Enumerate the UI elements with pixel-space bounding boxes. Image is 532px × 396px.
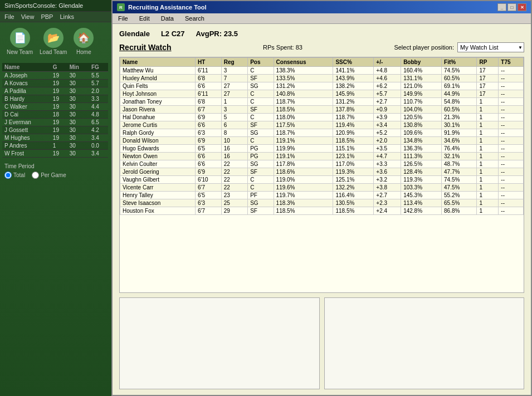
stats-cell: B Hardy xyxy=(2,95,51,103)
table-cell: 27 xyxy=(221,90,247,98)
table-header-ssc-[interactable]: SSC% xyxy=(333,58,374,67)
table-row[interactable]: Houston Fox6'729SF118.5%118.5%+2.4142.8%… xyxy=(120,207,524,215)
menu-edit[interactable]: Edit xyxy=(137,14,152,22)
table-row[interactable]: Quin Felts6'627SG131.2%138.2%+6.2121.0%6… xyxy=(120,82,524,90)
table-row[interactable]: Hoyt Johnson6'1127C140.8%145.9%+5.7149.9… xyxy=(120,90,524,98)
left-menu-file[interactable]: File xyxy=(4,13,14,20)
maximize-button[interactable]: □ xyxy=(507,3,516,11)
table-cell: 74.5% xyxy=(442,176,477,184)
table-row[interactable]: Newton Owen6'616PG119.1%123.1%+4.7111.3%… xyxy=(120,153,524,160)
table-row[interactable]: Matthew Wu6'113C138.3%141.1%+4.8160.4%74… xyxy=(120,67,524,75)
section-title: Recruit Watch xyxy=(119,43,172,52)
table-row[interactable]: Jerome Curtis6'66SF117.5%119.4%+3.4130.8… xyxy=(120,121,524,129)
table-cell: PG xyxy=(248,153,274,160)
stats-cell: 3.4 xyxy=(89,150,108,158)
table-header-consensus[interactable]: Consensus xyxy=(274,58,333,67)
table-row[interactable]: Donald Wilson6'910C119.1%118.5%+2.0134.8… xyxy=(120,137,524,145)
stats-cell: 18 xyxy=(51,111,67,119)
stats-cell: 30 xyxy=(67,103,89,111)
left-menu-links[interactable]: Links xyxy=(60,13,74,20)
table-cell: -- xyxy=(499,145,524,153)
table-row[interactable]: Hugo Edwards6'516PG119.9%115.1%+3.5136.3… xyxy=(120,145,524,153)
avg-pr-label: AvgPR: xyxy=(196,30,222,38)
pos-select-box[interactable]: My Watch List ▼ xyxy=(457,42,524,52)
total-radio[interactable] xyxy=(4,172,12,179)
table-cell: 17 xyxy=(477,82,499,90)
time-period-section: Time Period Total Per Game xyxy=(0,160,111,182)
new-team-button[interactable]: 📄 New Team xyxy=(4,26,35,57)
minimize-button[interactable]: _ xyxy=(497,3,506,11)
table-cell: SF xyxy=(248,75,274,82)
table-cell: +4.7 xyxy=(374,153,401,160)
stats-cell: 30 xyxy=(67,134,89,142)
recruit-table-wrapper[interactable]: NameHTRegPosConsensusSSC%+/-BobbyFit%RPT… xyxy=(119,57,524,293)
table-cell: 54.8% xyxy=(442,98,477,106)
stats-cell: D Cai xyxy=(2,111,51,119)
table-header-ht[interactable]: HT xyxy=(195,58,221,67)
table-cell: Vaughn Gilbert xyxy=(120,176,196,184)
table-cell: -- xyxy=(499,199,524,207)
table-cell: 8 xyxy=(221,129,247,137)
table-cell: 131.2% xyxy=(274,82,333,90)
table-header-pos[interactable]: Pos xyxy=(248,58,274,67)
close-button[interactable]: ✕ xyxy=(518,3,526,11)
per-game-radio[interactable] xyxy=(32,172,39,179)
load-team-button[interactable]: 📂 Load Team xyxy=(37,26,69,57)
table-row[interactable]: Henry Talley6'523PF119.7%116.4%+2.7145.3… xyxy=(120,192,524,199)
stats-table: Name G Min FG A Joseph19305.5A Kovacs193… xyxy=(2,63,108,158)
left-menu-pbp[interactable]: PBP xyxy=(41,13,53,20)
table-row[interactable]: Jerold Goering6'922SF118.6%119.3%+3.6128… xyxy=(120,168,524,176)
table-header-fit-[interactable]: Fit% xyxy=(442,58,477,67)
table-row[interactable]: Jason Rivera6'73SF118.5%137.8%+0.9104.0%… xyxy=(120,106,524,114)
table-cell: 91.9% xyxy=(442,129,477,137)
table-cell: -- xyxy=(499,129,524,137)
table-cell: +3.2 xyxy=(374,176,401,184)
table-header-name[interactable]: Name xyxy=(120,58,196,67)
title-bar-left: R Recruiting Assistance Tool xyxy=(117,3,207,11)
stats-cell: 30 xyxy=(67,87,89,95)
table-header-reg[interactable]: Reg xyxy=(221,58,247,67)
table-row[interactable]: Vicente Carr6'722C119.6%132.2%+3.8103.3%… xyxy=(120,184,524,192)
table-cell: 137.8% xyxy=(333,106,374,114)
table-cell: 1 xyxy=(477,199,499,207)
top-info: Glendale L2 C27 AvgPR: 23.5 xyxy=(119,30,524,38)
table-cell: +2.0 xyxy=(374,137,401,145)
table-header----[interactable]: +/- xyxy=(374,58,401,67)
table-cell: 47.5% xyxy=(442,184,477,192)
menu-data[interactable]: Data xyxy=(159,14,176,22)
table-cell: -- xyxy=(499,67,524,75)
table-cell: Ralph Gordy xyxy=(120,129,196,137)
main-window: R Recruiting Assistance Tool _ □ ✕ File … xyxy=(111,0,532,396)
bottom-panel-left xyxy=(119,297,320,389)
table-cell: Jonathan Toney xyxy=(120,98,196,106)
table-row[interactable]: Huxley Arnold6'87SF133.5%143.9%+4.6131.1… xyxy=(120,75,524,82)
stats-cell: M Hughes xyxy=(2,134,51,142)
table-cell: 116.4% xyxy=(333,192,374,199)
table-cell: 1 xyxy=(477,184,499,192)
table-row[interactable]: Ralph Gordy6'38SG118.7%120.9%+5.2109.6%9… xyxy=(120,129,524,137)
table-cell: 10 xyxy=(221,137,247,145)
table-cell: +3.8 xyxy=(374,184,401,192)
table-cell: 16 xyxy=(221,153,247,160)
table-row[interactable]: Steve Isaacson6'325SG118.3%130.5%+2.3113… xyxy=(120,199,524,207)
per-game-radio-label[interactable]: Per Game xyxy=(32,172,66,179)
table-row[interactable]: Jonathan Toney6'81C118.7%131.2%+2.7110.7… xyxy=(120,98,524,106)
table-header-rp[interactable]: RP xyxy=(477,58,499,67)
home-button[interactable]: 🏠 Home xyxy=(71,26,96,57)
table-row[interactable]: Kelvin Coulter6'622SG117.8%117.0%+3.3126… xyxy=(120,160,524,168)
table-row[interactable]: Vaughn Gilbert6'1022C119.0%125.1%+3.2119… xyxy=(120,176,524,184)
table-cell: 130.5% xyxy=(333,199,374,207)
table-cell: 6'10 xyxy=(195,176,221,184)
stats-cell: W Frost xyxy=(2,150,51,158)
table-header-t--[interactable]: T75 xyxy=(499,58,524,67)
stats-cell: P Andres xyxy=(2,142,51,150)
total-radio-label[interactable]: Total xyxy=(4,172,25,179)
table-cell: 74.5% xyxy=(442,67,477,75)
table-cell: C xyxy=(248,114,274,121)
menu-file[interactable]: File xyxy=(116,14,130,22)
menu-search[interactable]: Search xyxy=(183,14,207,22)
stats-cell: 30 xyxy=(67,150,89,158)
table-header-bobby[interactable]: Bobby xyxy=(401,58,442,67)
left-menu-view[interactable]: View xyxy=(21,13,35,20)
table-row[interactable]: Hal Donahue6'95C118.0%118.7%+3.9120.5%21… xyxy=(120,114,524,121)
